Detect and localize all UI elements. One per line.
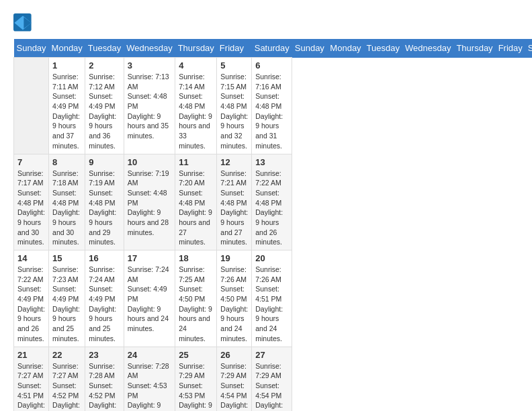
day-info: Sunrise: 7:25 AMSunset: 4:50 PMDaylight:… — [179, 265, 213, 344]
day-number: 11 — [179, 157, 213, 167]
day-info: Sunrise: 7:29 AMSunset: 4:54 PMDaylight:… — [220, 361, 248, 412]
calendar-table: SundayMondayTuesdayWednesdayThursdayFrid… — [13, 39, 532, 411]
col-header-sunday: Sunday — [292, 39, 328, 58]
day-cell: 9Sunrise: 7:19 AMSunset: 4:48 PMDaylight… — [85, 154, 124, 250]
day-info: Sunrise: 7:14 AMSunset: 4:48 PMDaylight:… — [179, 72, 213, 151]
logo — [13, 13, 35, 32]
week-row-2: 7Sunrise: 7:17 AMSunset: 4:48 PMDaylight… — [14, 154, 533, 250]
day-info: Sunrise: 7:29 AMSunset: 4:53 PMDaylight:… — [179, 361, 213, 412]
day-cell: 6Sunrise: 7:16 AMSunset: 4:48 PMDaylight… — [252, 58, 292, 154]
day-cell: 22Sunrise: 7:27 AMSunset: 4:52 PMDayligh… — [49, 347, 85, 411]
header-sunday: Sunday — [14, 39, 49, 58]
day-cell: 13Sunrise: 7:22 AMSunset: 4:48 PMDayligh… — [252, 154, 292, 250]
day-number: 1 — [52, 60, 81, 71]
day-info: Sunrise: 7:23 AMSunset: 4:49 PMDaylight:… — [52, 265, 81, 344]
day-number: 8 — [52, 157, 81, 167]
day-number: 27 — [255, 350, 288, 360]
day-info: Sunrise: 7:26 AMSunset: 4:50 PMDaylight:… — [220, 265, 248, 344]
week-row-3: 14Sunrise: 7:22 AMSunset: 4:49 PMDayligh… — [14, 250, 533, 347]
day-cell: 21Sunrise: 7:27 AMSunset: 4:51 PMDayligh… — [14, 347, 49, 411]
day-cell: 14Sunrise: 7:22 AMSunset: 4:49 PMDayligh… — [14, 250, 49, 347]
day-cell: 17Sunrise: 7:24 AMSunset: 4:49 PMDayligh… — [124, 250, 175, 347]
day-info: Sunrise: 7:16 AMSunset: 4:48 PMDaylight:… — [255, 72, 288, 151]
day-cell: 8Sunrise: 7:18 AMSunset: 4:48 PMDaylight… — [49, 154, 85, 250]
week-row-4: 21Sunrise: 7:27 AMSunset: 4:51 PMDayligh… — [14, 347, 533, 411]
day-number: 20 — [255, 253, 288, 263]
day-number: 15 — [52, 253, 81, 263]
day-info: Sunrise: 7:11 AMSunset: 4:49 PMDaylight:… — [52, 72, 81, 151]
day-info: Sunrise: 7:24 AMSunset: 4:49 PMDaylight:… — [128, 265, 171, 334]
day-number: 3 — [128, 60, 171, 71]
day-info: Sunrise: 7:13 AMSunset: 4:48 PMDaylight:… — [128, 72, 171, 141]
day-cell: 3Sunrise: 7:13 AMSunset: 4:48 PMDaylight… — [124, 58, 175, 154]
day-info: Sunrise: 7:18 AMSunset: 4:48 PMDaylight:… — [52, 169, 81, 248]
day-number: 16 — [89, 253, 120, 263]
col-header-tuesday: Tuesday — [364, 39, 402, 58]
day-cell: 27Sunrise: 7:29 AMSunset: 4:54 PMDayligh… — [252, 347, 292, 411]
day-info: Sunrise: 7:22 AMSunset: 4:48 PMDaylight:… — [255, 169, 288, 248]
day-number: 23 — [89, 350, 120, 360]
header-tuesday: Tuesday — [85, 39, 124, 58]
day-cell: 15Sunrise: 7:23 AMSunset: 4:49 PMDayligh… — [49, 250, 85, 347]
day-info: Sunrise: 7:27 AMSunset: 4:52 PMDaylight:… — [52, 361, 81, 412]
day-cell: 24Sunrise: 7:28 AMSunset: 4:53 PMDayligh… — [124, 347, 175, 411]
day-cell: 23Sunrise: 7:28 AMSunset: 4:52 PMDayligh… — [85, 347, 124, 411]
day-cell: 16Sunrise: 7:24 AMSunset: 4:49 PMDayligh… — [85, 250, 124, 347]
page-header — [13, 13, 519, 32]
day-cell: 7Sunrise: 7:17 AMSunset: 4:48 PMDaylight… — [14, 154, 49, 250]
header-friday: Friday — [217, 39, 252, 58]
day-number: 13 — [255, 157, 288, 167]
day-cell: 12Sunrise: 7:21 AMSunset: 4:48 PMDayligh… — [217, 154, 252, 250]
day-cell: 11Sunrise: 7:20 AMSunset: 4:48 PMDayligh… — [175, 154, 217, 250]
day-number: 5 — [220, 60, 248, 71]
day-cell: 20Sunrise: 7:26 AMSunset: 4:51 PMDayligh… — [252, 250, 292, 347]
day-number: 17 — [128, 253, 171, 263]
day-number: 2 — [89, 60, 120, 71]
week-row-1: 1Sunrise: 7:11 AMSunset: 4:49 PMDaylight… — [14, 58, 533, 154]
day-cell: 25Sunrise: 7:29 AMSunset: 4:53 PMDayligh… — [175, 347, 217, 411]
day-info: Sunrise: 7:19 AMSunset: 4:48 PMDaylight:… — [89, 169, 120, 248]
header-saturday: Saturday — [252, 39, 292, 58]
day-info: Sunrise: 7:28 AMSunset: 4:53 PMDaylight:… — [128, 361, 171, 412]
day-number: 26 — [220, 350, 248, 360]
day-number: 9 — [89, 157, 120, 167]
day-cell: 19Sunrise: 7:26 AMSunset: 4:50 PMDayligh… — [217, 250, 252, 347]
col-header-monday: Monday — [327, 39, 363, 58]
col-header-thursday: Thursday — [453, 39, 495, 58]
day-cell: 18Sunrise: 7:25 AMSunset: 4:50 PMDayligh… — [175, 250, 217, 347]
day-info: Sunrise: 7:24 AMSunset: 4:49 PMDaylight:… — [89, 265, 120, 344]
day-info: Sunrise: 7:19 AMSunset: 4:48 PMDaylight:… — [128, 169, 171, 238]
day-number: 25 — [179, 350, 213, 360]
day-number: 7 — [17, 157, 45, 167]
day-info: Sunrise: 7:15 AMSunset: 4:48 PMDaylight:… — [220, 72, 248, 151]
day-cell: 10Sunrise: 7:19 AMSunset: 4:48 PMDayligh… — [124, 154, 175, 250]
header-thursday: Thursday — [175, 39, 217, 58]
day-number: 18 — [179, 253, 213, 263]
day-cell: 26Sunrise: 7:29 AMSunset: 4:54 PMDayligh… — [217, 347, 252, 411]
col-header-wednesday: Wednesday — [402, 39, 453, 58]
col-header-friday: Friday — [496, 39, 525, 58]
day-cell: 2Sunrise: 7:12 AMSunset: 4:49 PMDaylight… — [85, 58, 124, 154]
day-info: Sunrise: 7:20 AMSunset: 4:48 PMDaylight:… — [179, 169, 213, 248]
day-number: 14 — [17, 253, 45, 263]
day-number: 22 — [52, 350, 81, 360]
day-cell — [14, 58, 49, 154]
day-cell: 4Sunrise: 7:14 AMSunset: 4:48 PMDaylight… — [175, 58, 217, 154]
day-cell: 1Sunrise: 7:11 AMSunset: 4:49 PMDaylight… — [49, 58, 85, 154]
day-info: Sunrise: 7:26 AMSunset: 4:51 PMDaylight:… — [255, 265, 288, 344]
day-info: Sunrise: 7:22 AMSunset: 4:49 PMDaylight:… — [17, 265, 45, 344]
day-number: 12 — [220, 157, 248, 167]
day-cell: 5Sunrise: 7:15 AMSunset: 4:48 PMDaylight… — [217, 58, 252, 154]
header-monday: Monday — [49, 39, 85, 58]
day-info: Sunrise: 7:17 AMSunset: 4:48 PMDaylight:… — [17, 169, 45, 248]
col-header-saturday: Saturday — [525, 39, 532, 58]
header-row: SundayMondayTuesdayWednesdayThursdayFrid… — [14, 39, 533, 58]
day-number: 21 — [17, 350, 45, 360]
day-info: Sunrise: 7:28 AMSunset: 4:52 PMDaylight:… — [89, 361, 120, 412]
day-info: Sunrise: 7:12 AMSunset: 4:49 PMDaylight:… — [89, 72, 120, 151]
day-number: 24 — [128, 350, 171, 360]
day-number: 10 — [128, 157, 171, 167]
day-info: Sunrise: 7:21 AMSunset: 4:48 PMDaylight:… — [220, 169, 248, 248]
day-info: Sunrise: 7:27 AMSunset: 4:51 PMDaylight:… — [17, 361, 45, 412]
header-wednesday: Wednesday — [124, 39, 175, 58]
